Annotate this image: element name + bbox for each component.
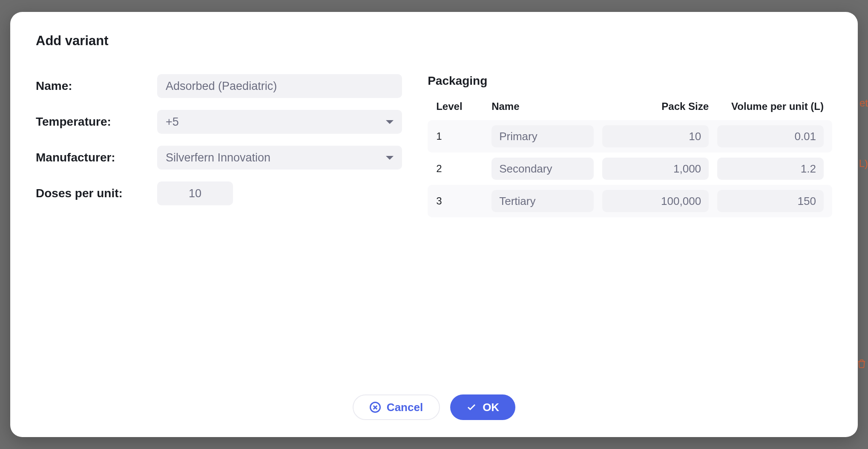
level-cell: 3 — [436, 195, 483, 207]
add-variant-modal: Add variant Name: Temperature: +5 Manufa… — [10, 12, 858, 437]
manufacturer-row: Manufacturer: Silverfern Innovation — [36, 146, 402, 170]
col-pack-size: Pack Size — [602, 101, 709, 112]
pkg-name-input[interactable] — [491, 125, 594, 147]
pkg-name-input[interactable] — [491, 190, 594, 212]
check-icon — [466, 402, 477, 412]
pkg-volume-input[interactable] — [717, 125, 824, 147]
table-row: 3 — [428, 185, 832, 217]
modal-content: Name: Temperature: +5 Manufacturer: Silv… — [36, 74, 832, 382]
doses-label: Doses per unit: — [36, 187, 157, 200]
pkg-volume-input[interactable] — [717, 158, 824, 180]
packaging-column: Packaging Level Name Pack Size Volume pe… — [428, 74, 832, 382]
name-label: Name: — [36, 79, 157, 93]
packaging-header: Level Name Pack Size Volume per unit (L) — [428, 101, 832, 120]
modal-footer: Cancel OK — [36, 382, 832, 420]
chevron-down-icon — [386, 120, 394, 124]
cancel-label: Cancel — [387, 401, 423, 414]
name-input[interactable] — [157, 74, 402, 98]
bg-text: et — [859, 97, 868, 109]
name-row: Name: — [36, 74, 402, 98]
level-cell: 2 — [436, 163, 483, 175]
pkg-name-input[interactable] — [491, 158, 594, 180]
temperature-label: Temperature: — [36, 115, 157, 129]
cancel-button[interactable]: Cancel — [353, 394, 440, 420]
packaging-title: Packaging — [428, 74, 832, 88]
form-column: Name: Temperature: +5 Manufacturer: Silv… — [36, 74, 402, 382]
ok-button[interactable]: OK — [450, 394, 515, 420]
pkg-volume-input[interactable] — [717, 190, 824, 212]
col-name: Name — [491, 101, 594, 112]
temperature-row: Temperature: +5 — [36, 110, 402, 134]
pkg-size-input[interactable] — [602, 158, 709, 180]
doses-input[interactable] — [157, 181, 233, 205]
temperature-select[interactable]: +5 — [157, 110, 402, 134]
pkg-size-input[interactable] — [602, 190, 709, 212]
manufacturer-select[interactable]: Silverfern Innovation — [157, 146, 402, 170]
close-icon — [370, 402, 381, 413]
pkg-size-input[interactable] — [602, 125, 709, 147]
level-cell: 1 — [436, 130, 483, 142]
modal-title: Add variant — [36, 33, 832, 49]
ok-label: OK — [483, 401, 499, 414]
table-row: 1 — [428, 120, 832, 153]
manufacturer-value: Silverfern Innovation — [166, 151, 270, 164]
table-row: 2 — [428, 153, 832, 185]
manufacturer-label: Manufacturer: — [36, 151, 157, 164]
chevron-down-icon — [386, 156, 394, 160]
col-level: Level — [436, 101, 483, 112]
temperature-value: +5 — [166, 115, 179, 129]
packaging-table: Level Name Pack Size Volume per unit (L)… — [428, 101, 832, 217]
col-volume: Volume per unit (L) — [717, 101, 824, 112]
doses-row: Doses per unit: — [36, 181, 402, 205]
bg-text: L) — [859, 158, 868, 170]
trash-icon — [857, 359, 866, 371]
